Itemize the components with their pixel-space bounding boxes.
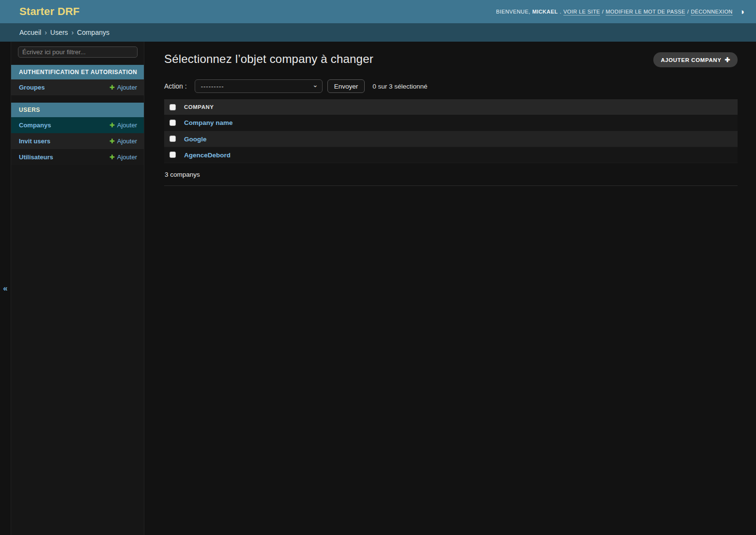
plus-icon: ✚ [109, 84, 115, 91]
logout-link[interactable]: DÉCONNEXION [691, 9, 732, 15]
breadcrumb-app-users[interactable]: Users [50, 29, 68, 36]
actions-bar: Action : --------- ⌄ Envoyer 0 sur 3 sél… [164, 79, 738, 93]
sidebar-item-groupes[interactable]: Groupes ✚ Ajouter [11, 79, 144, 95]
sidebar-toggle-strip: « [0, 42, 11, 535]
module-users: USERS Companys ✚ Ajouter Invit users ✚ A… [11, 103, 144, 165]
plus-icon: ✚ [725, 56, 731, 63]
plus-icon: ✚ [109, 138, 115, 145]
add-company-button-label: AJOUTER COMPANY [661, 57, 721, 63]
add-utilisateur-link[interactable]: ✚ Ajouter [109, 153, 137, 161]
breadcrumb-separator: › [45, 29, 47, 36]
add-label: Ajouter [117, 84, 137, 91]
username: MICKAEL [532, 9, 558, 15]
add-label: Ajouter [117, 153, 137, 161]
username-period: . [560, 9, 561, 15]
add-invit-user-link[interactable]: ✚ Ajouter [109, 138, 137, 145]
companys-link[interactable]: Companys [19, 122, 51, 129]
selection-counter: 0 sur 3 sélectionné [372, 83, 427, 90]
action-submit-button[interactable]: Envoyer [327, 79, 365, 93]
plus-icon: ✚ [109, 122, 115, 129]
select-all-checkbox[interactable] [170, 104, 176, 110]
brand-title[interactable]: Starter DRF [19, 5, 79, 18]
main-content: Sélectionnez l’objet company à changer A… [144, 42, 756, 535]
module-users-caption: USERS [11, 103, 144, 117]
view-site-link[interactable]: VOIR LE SITE [563, 9, 600, 15]
change-password-link[interactable]: MODIFIER LE MOT DE PASSE [605, 9, 685, 15]
result-count: 3 companys [164, 163, 738, 186]
user-tools: BIENVENUE, MICKAEL . VOIR LE SITE / MODI… [496, 8, 744, 16]
theme-toggle-icon[interactable]: ◑ [740, 8, 744, 16]
app-header: Starter DRF BIENVENUE, MICKAEL . VOIR LE… [0, 0, 756, 23]
sidebar-item-invit-users[interactable]: Invit users ✚ Ajouter [11, 133, 144, 149]
table-row: Google [164, 131, 738, 147]
separator-slash: / [687, 9, 689, 15]
sidebar-item-companys[interactable]: Companys ✚ Ajouter [11, 117, 144, 133]
utilisateurs-link[interactable]: Utilisateurs [19, 153, 53, 161]
row-checkbox[interactable] [170, 152, 176, 158]
separator-slash: / [602, 9, 603, 15]
groupes-link[interactable]: Groupes [19, 84, 45, 91]
table-header-row: COMPANY [164, 99, 738, 115]
action-select[interactable]: --------- [195, 79, 323, 93]
page-title: Sélectionnez l’objet company à changer [164, 52, 373, 66]
nav-sidebar: AUTHENTIFICATION ET AUTORISATION Groupes… [11, 42, 144, 535]
invit-users-link[interactable]: Invit users [19, 138, 50, 145]
breadcrumb-separator: › [71, 29, 74, 36]
row-checkbox[interactable] [170, 136, 176, 142]
plus-icon: ✚ [109, 153, 115, 161]
module-auth-caption: AUTHENTIFICATION ET AUTORISATION [11, 65, 144, 79]
sidebar-collapse-button[interactable]: « [3, 284, 7, 292]
breadcrumb-home[interactable]: Accueil [19, 29, 41, 36]
row-checkbox[interactable] [170, 120, 176, 126]
column-header-company: COMPANY [184, 99, 738, 115]
sidebar-item-utilisateurs[interactable]: Utilisateurs ✚ Ajouter [11, 149, 144, 165]
add-company-button[interactable]: AJOUTER COMPANY ✚ [653, 52, 738, 67]
table-row: AgenceDebord [164, 147, 738, 163]
result-table: COMPANY Company name Google AgenceDebord [164, 99, 738, 163]
add-groupe-link[interactable]: ✚ Ajouter [109, 84, 137, 91]
add-label: Ajouter [117, 138, 137, 145]
company-link[interactable]: Google [184, 136, 207, 143]
action-label: Action : [164, 82, 187, 90]
add-company-link[interactable]: ✚ Ajouter [109, 122, 137, 129]
table-row: Company name [164, 115, 738, 131]
module-auth: AUTHENTIFICATION ET AUTORISATION Groupes… [11, 65, 144, 95]
add-label: Ajouter [117, 122, 137, 129]
company-link[interactable]: Company name [184, 119, 233, 126]
company-link[interactable]: AgenceDebord [184, 152, 231, 159]
sidebar-filter-input[interactable] [18, 46, 138, 58]
welcome-text: BIENVENUE, [496, 9, 530, 15]
breadcrumb-current: Companys [77, 29, 109, 36]
breadcrumb: Accueil › Users › Companys [0, 23, 756, 42]
